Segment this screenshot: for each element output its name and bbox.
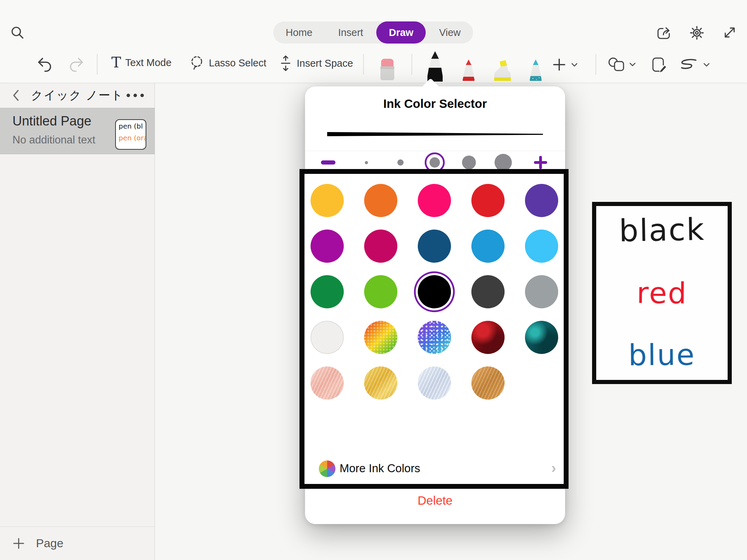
tab-view[interactable]: View [427,21,473,44]
teal-galaxy-pen-tool[interactable] [526,59,545,81]
color-wheel-icon [319,460,335,477]
swatch-orange[interactable] [364,184,397,217]
more-ink-colors-button[interactable]: More Ink Colors › [305,454,565,487]
decrease-size-button[interactable] [321,160,335,165]
swatch-green[interactable] [311,275,344,308]
lasso-icon [190,55,205,71]
swatch-gold[interactable] [364,366,397,400]
popup-divider [305,151,565,151]
toolbar-divider [97,54,98,75]
swatch-ruby-red[interactable] [471,321,505,354]
lasso-select-button[interactable]: Lasso Select [190,55,266,71]
swatch-galaxy[interactable] [418,321,451,354]
add-pen-button[interactable] [552,57,578,72]
page-sidebar: クイック ノート Untitled Page No additional tex… [0,83,155,560]
swatch-bronze[interactable] [471,366,505,400]
eraser-tool[interactable] [376,58,398,81]
swatch-blue[interactable] [471,230,505,263]
increase-size-button[interactable] [533,155,548,170]
page-list-item[interactable]: Untitled Page No additional text pen (bl… [0,108,155,154]
swatch-raspberry[interactable] [364,230,397,263]
size-dot-30[interactable] [425,152,445,172]
swatch-yellow[interactable] [311,184,344,217]
swatch-lime-green[interactable] [364,275,397,308]
swatch-pink[interactable] [418,184,451,217]
size-dot-18[interactable] [390,152,411,172]
size-dot-9[interactable] [356,152,376,172]
chevron-down-icon [571,62,578,68]
swatch-gray[interactable] [525,275,558,308]
page-subtitle: No additional text [12,134,95,146]
expand-icon[interactable] [722,25,737,40]
swatch-red[interactable] [471,184,505,217]
share-icon[interactable] [656,25,672,41]
black-pen-tool-selected[interactable] [424,51,446,82]
plus-icon [552,57,566,72]
page-title: Untitled Page [12,114,91,129]
search-icon[interactable] [10,25,26,41]
color-grid [311,184,558,400]
delete-button[interactable]: Delete [305,494,565,507]
text-mode-icon: T [111,55,121,70]
red-pen-tool[interactable] [459,59,478,81]
plus-icon [12,537,25,550]
swatch-purple[interactable] [525,184,558,217]
onenote-app: Home Insert Draw View [0,0,747,560]
ink-text-box: black red blue [592,202,732,384]
ink-color-selector-popup: Ink Color Selector More Ink Colors › Del… [305,86,565,524]
size-dot-50[interactable] [493,152,513,172]
swatch-magenta[interactable] [311,230,344,263]
settings-gear-icon[interactable] [689,25,705,41]
swatch-silver[interactable] [418,366,451,400]
chevron-down-icon [703,62,710,68]
toolbar-divider [363,54,364,75]
ink-word-red: red [636,278,687,308]
tab-home[interactable]: Home [273,21,325,44]
header: Home Insert Draw View [0,0,747,83]
swatch-sky-blue[interactable] [525,230,558,263]
ink-to-shape-button[interactable] [679,58,710,71]
swatch-ocean-teal[interactable] [525,321,558,354]
size-dot-40[interactable] [459,152,479,172]
chevron-right-icon: › [551,460,556,476]
ink-note-icon[interactable] [651,57,667,73]
popup-title: Ink Color Selector [305,97,565,111]
yellow-highlighter-tool[interactable] [491,60,514,81]
sidebar-header: クイック ノート [0,83,155,108]
more-options-icon[interactable] [126,93,145,98]
swatch-navy-blue[interactable] [418,230,451,263]
tab-insert[interactable]: Insert [326,21,376,44]
more-ink-colors-label: More Ink Colors [340,462,420,475]
stroke-preview [327,130,543,139]
header-actions [656,25,737,41]
sidebar-divider [0,526,155,527]
swatch-dark-gray[interactable] [471,275,505,308]
shapes-button[interactable] [607,57,636,72]
swatch-black[interactable] [418,275,451,308]
redo-button[interactable] [68,56,84,73]
ink-word-blue: blue [628,340,695,370]
shapes-icon [607,57,625,72]
insert-space-icon [279,55,293,71]
page-thumbnail: pen (bl pen (ora [115,119,146,150]
toolbar-divider [596,54,596,75]
add-page-label: Page [36,536,63,550]
swatch-rainbow-glitter[interactable] [364,321,397,354]
thumbnail-ink-line: pen (bl [119,123,146,130]
swatch-white[interactable] [311,321,344,354]
chevron-down-icon [629,61,636,67]
tab-draw[interactable]: Draw [376,21,426,44]
swatch-rose-gold[interactable] [311,366,344,400]
add-page-button[interactable]: Page [12,536,63,550]
squiggle-icon [679,58,699,71]
toolbar-divider [412,54,412,75]
text-mode-button[interactable]: T Text Mode [111,55,172,70]
thumbnail-ink-line: pen (ora [119,134,146,141]
ribbon-tab-bar: Home Insert Draw View [273,21,473,44]
insert-space-button[interactable]: Insert Space [279,55,353,71]
ink-word-black: black [619,214,705,246]
undo-button[interactable] [37,56,53,73]
